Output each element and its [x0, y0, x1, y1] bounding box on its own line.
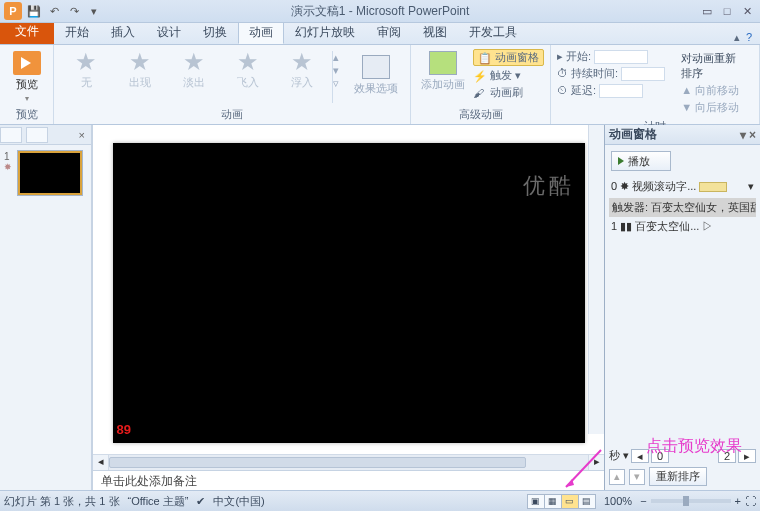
title-bar: P 💾 ↶ ↷ ▾ 演示文稿1 - Microsoft PowerPoint ▭…: [0, 0, 760, 23]
sorter-view-icon[interactable]: ▦: [544, 494, 562, 509]
tab-view[interactable]: 视图: [412, 20, 458, 44]
window-title: 演示文稿1 - Microsoft PowerPoint: [291, 3, 470, 20]
animation-item[interactable]: 0 ✸ 视频滚动字... ▾: [609, 177, 756, 196]
group-label-preview: 预览: [6, 107, 47, 124]
more-icon[interactable]: ▿: [333, 77, 344, 90]
painter-icon: 🖌: [473, 87, 487, 99]
help-icon[interactable]: ?: [746, 31, 752, 44]
zoom-knob[interactable]: [683, 496, 689, 506]
reorder-title: 对动画重新排序: [681, 51, 747, 81]
anim-none[interactable]: ★无: [62, 51, 110, 103]
slide-thumbnail[interactable]: 1✸: [4, 151, 87, 195]
play-button[interactable]: 播放: [611, 151, 671, 171]
scroll-left-icon[interactable]: ◂: [93, 455, 109, 470]
vertical-scrollbar[interactable]: [588, 125, 604, 434]
work-area: × 1✸ 优酷 89 ◂ ▸ 单击此处添加备注 动画窗格 ▾× 播放: [0, 125, 760, 490]
tl-right-icon[interactable]: ▸: [738, 449, 756, 463]
horizontal-scrollbar[interactable]: ◂ ▸: [93, 454, 604, 470]
scroll-track[interactable]: [109, 455, 588, 470]
group-animation: ★无 ★出现 ★淡出 ★飞入 ★浮入 ▴▾▿ 效果选项 动画: [54, 45, 411, 124]
qat-dropdown-icon[interactable]: ▾: [86, 3, 102, 19]
zoom-fit-icon[interactable]: ⛶: [745, 495, 756, 507]
move-up-icon[interactable]: ▴: [609, 469, 625, 485]
view-buttons: ▣ ▦ ▭ ▤: [528, 494, 596, 509]
notes-area[interactable]: 单击此处添加备注: [93, 470, 604, 490]
gallery-scroll[interactable]: ▴▾▿: [332, 51, 344, 103]
slide-count: 幻灯片 第 1 张，共 1 张: [4, 494, 120, 509]
star-icon: ★: [237, 51, 259, 73]
preview-button[interactable]: 预览 ▾: [6, 47, 48, 103]
close-icon[interactable]: ✕: [738, 4, 756, 18]
anim-fade[interactable]: ★淡出: [170, 51, 218, 103]
delay-field[interactable]: ⏲ 延迟:: [557, 83, 665, 98]
quick-access-toolbar: P 💾 ↶ ↷ ▾: [0, 2, 102, 20]
save-icon[interactable]: 💾: [26, 3, 42, 19]
reading-view-icon[interactable]: ▭: [561, 494, 579, 509]
timeline-control: 秒 ▾ ◂ 0 2 ▸: [609, 448, 756, 463]
down-icon[interactable]: ▾: [333, 64, 344, 77]
chevron-down-icon[interactable]: ▾: [748, 180, 754, 193]
tab-slideshow[interactable]: 幻灯片放映: [284, 20, 366, 44]
reorder-controls: 对动画重新排序 ▲ 向前移动 ▼ 向后移动: [675, 47, 753, 119]
trigger-button[interactable]: ⚡触发 ▾: [473, 68, 544, 83]
tab-developer[interactable]: 开发工具: [458, 20, 528, 44]
animation-painter-button[interactable]: 🖌动画刷: [473, 85, 544, 100]
anim-indicator-icon: ✸: [4, 162, 14, 172]
up-icon[interactable]: ▴: [333, 51, 344, 64]
advanced-options: 📋动画窗格 ⚡触发 ▾ 🖌动画刷: [473, 47, 544, 100]
redo-icon[interactable]: ↷: [66, 3, 82, 19]
maximize-icon[interactable]: □: [718, 4, 736, 18]
play-icon: [618, 157, 624, 165]
pane-close-icon[interactable]: ×: [749, 128, 756, 142]
slideshow-view-icon[interactable]: ▤: [578, 494, 596, 509]
move-down-icon[interactable]: ▾: [629, 469, 645, 485]
slides-tab-icon[interactable]: [0, 127, 22, 143]
start-dropdown[interactable]: [594, 50, 648, 64]
effect-options-button[interactable]: 效果选项: [350, 51, 402, 103]
outline-tab-icon[interactable]: [26, 127, 48, 143]
tab-transitions[interactable]: 切换: [192, 20, 238, 44]
minimize-icon[interactable]: ▭: [698, 4, 716, 18]
anim-flyin[interactable]: ★飞入: [224, 51, 272, 103]
delay-input[interactable]: [599, 84, 643, 98]
star-icon: ★: [183, 51, 205, 73]
language[interactable]: 中文(中国): [213, 494, 264, 509]
scroll-right-icon[interactable]: ▸: [588, 455, 604, 470]
timing-bar: [699, 182, 727, 192]
zoom-out-icon[interactable]: −: [640, 495, 646, 507]
tab-animations[interactable]: 动画: [238, 20, 284, 44]
close-pane-icon[interactable]: ×: [73, 129, 91, 141]
animation-pane-footer: 秒 ▾ ◂ 0 2 ▸ ▴ ▾ 重新排序: [605, 444, 760, 490]
add-animation-button[interactable]: 添加动画: [417, 47, 469, 100]
normal-view-icon[interactable]: ▣: [527, 494, 545, 509]
undo-icon[interactable]: ↶: [46, 3, 62, 19]
reorder-button[interactable]: 重新排序: [649, 467, 707, 486]
reorder-bar: ▴ ▾ 重新排序: [609, 467, 756, 486]
pane-menu-icon[interactable]: ▾: [740, 128, 746, 142]
window-controls: ▭ □ ✕: [698, 4, 760, 18]
start-field[interactable]: ▸ 开始:: [557, 49, 665, 64]
zoom-slider[interactable]: [651, 499, 731, 503]
tab-home[interactable]: 开始: [54, 20, 100, 44]
tab-insert[interactable]: 插入: [100, 20, 146, 44]
animation-gallery[interactable]: ★无 ★出现 ★淡出 ★飞入 ★浮入 ▴▾▿ 效果选项: [60, 47, 404, 107]
tl-left-icon[interactable]: ◂: [631, 449, 649, 463]
animation-item[interactable]: 1 ▮▮ 百变太空仙... ▷: [609, 217, 756, 236]
anim-floatin[interactable]: ★浮入: [278, 51, 326, 103]
slide-canvas[interactable]: 优酷 89: [113, 143, 585, 443]
scroll-thumb[interactable]: [109, 457, 526, 468]
tab-design[interactable]: 设计: [146, 20, 192, 44]
animation-pane-toggle[interactable]: 📋动画窗格: [473, 49, 544, 66]
tab-review[interactable]: 审阅: [366, 20, 412, 44]
minimize-ribbon-icon[interactable]: ▴: [734, 31, 740, 44]
zoom-value[interactable]: 100%: [604, 495, 632, 507]
anim-appear[interactable]: ★出现: [116, 51, 164, 103]
animation-pane: 动画窗格 ▾× 播放 0 ✸ 视频滚动字... ▾ 触发器: 百变太空仙女，英国…: [604, 125, 760, 490]
move-later-button[interactable]: ▼ 向后移动: [681, 100, 747, 115]
zoom-in-icon[interactable]: +: [735, 495, 741, 507]
duration-field[interactable]: ⏱ 持续时间:: [557, 66, 665, 81]
preview-drop-icon: ▾: [25, 94, 29, 103]
duration-input[interactable]: [621, 67, 665, 81]
move-earlier-button[interactable]: ▲ 向前移动: [681, 83, 747, 98]
spellcheck-icon[interactable]: ✔: [196, 495, 205, 508]
